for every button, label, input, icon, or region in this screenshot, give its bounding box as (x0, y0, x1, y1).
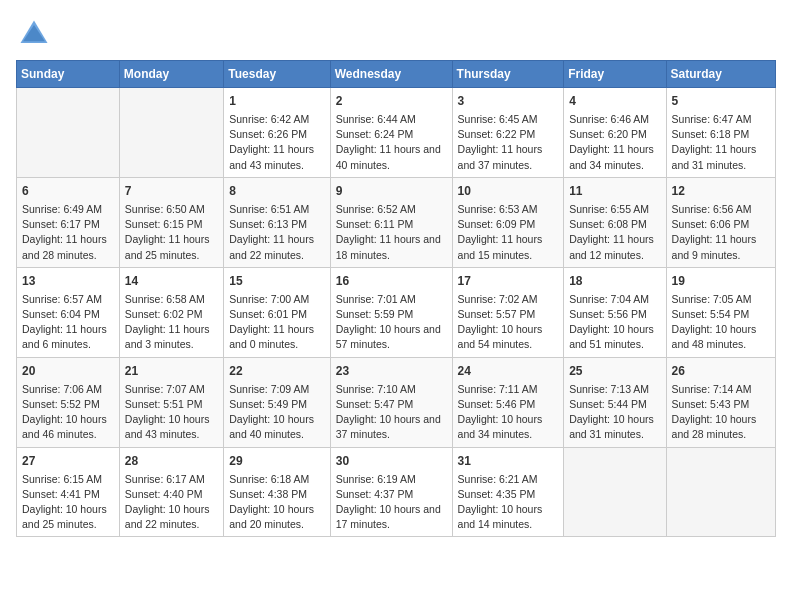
calendar-cell: 10Sunrise: 6:53 AM Sunset: 6:09 PM Dayli… (452, 177, 564, 267)
day-content: Sunrise: 7:13 AM Sunset: 5:44 PM Dayligh… (569, 382, 660, 443)
day-number: 7 (125, 182, 218, 200)
calendar-cell: 27Sunrise: 6:15 AM Sunset: 4:41 PM Dayli… (17, 447, 120, 537)
day-content: Sunrise: 6:18 AM Sunset: 4:38 PM Dayligh… (229, 472, 324, 533)
day-header-tuesday: Tuesday (224, 61, 330, 88)
day-number: 3 (458, 92, 559, 110)
day-content: Sunrise: 6:44 AM Sunset: 6:24 PM Dayligh… (336, 112, 447, 173)
calendar-cell (666, 447, 775, 537)
day-content: Sunrise: 6:15 AM Sunset: 4:41 PM Dayligh… (22, 472, 114, 533)
day-number: 26 (672, 362, 770, 380)
day-header-thursday: Thursday (452, 61, 564, 88)
day-number: 5 (672, 92, 770, 110)
day-header-sunday: Sunday (17, 61, 120, 88)
day-content: Sunrise: 6:19 AM Sunset: 4:37 PM Dayligh… (336, 472, 447, 533)
calendar-cell: 6Sunrise: 6:49 AM Sunset: 6:17 PM Daylig… (17, 177, 120, 267)
day-number: 31 (458, 452, 559, 470)
day-number: 13 (22, 272, 114, 290)
day-number: 24 (458, 362, 559, 380)
day-content: Sunrise: 6:21 AM Sunset: 4:35 PM Dayligh… (458, 472, 559, 533)
page-header (16, 16, 776, 52)
day-content: Sunrise: 6:47 AM Sunset: 6:18 PM Dayligh… (672, 112, 770, 173)
calendar-cell: 23Sunrise: 7:10 AM Sunset: 5:47 PM Dayli… (330, 357, 452, 447)
calendar-cell: 4Sunrise: 6:46 AM Sunset: 6:20 PM Daylig… (564, 88, 666, 178)
logo (16, 16, 56, 52)
day-number: 9 (336, 182, 447, 200)
calendar-body: 1Sunrise: 6:42 AM Sunset: 6:26 PM Daylig… (17, 88, 776, 537)
calendar-cell: 21Sunrise: 7:07 AM Sunset: 5:51 PM Dayli… (119, 357, 223, 447)
calendar-cell: 28Sunrise: 6:17 AM Sunset: 4:40 PM Dayli… (119, 447, 223, 537)
day-content: Sunrise: 6:50 AM Sunset: 6:15 PM Dayligh… (125, 202, 218, 263)
logo-icon (16, 16, 52, 52)
calendar-cell: 25Sunrise: 7:13 AM Sunset: 5:44 PM Dayli… (564, 357, 666, 447)
day-content: Sunrise: 6:45 AM Sunset: 6:22 PM Dayligh… (458, 112, 559, 173)
day-header-friday: Friday (564, 61, 666, 88)
calendar-cell (17, 88, 120, 178)
day-number: 17 (458, 272, 559, 290)
day-header-saturday: Saturday (666, 61, 775, 88)
day-content: Sunrise: 7:05 AM Sunset: 5:54 PM Dayligh… (672, 292, 770, 353)
day-content: Sunrise: 7:01 AM Sunset: 5:59 PM Dayligh… (336, 292, 447, 353)
day-number: 12 (672, 182, 770, 200)
calendar-cell: 17Sunrise: 7:02 AM Sunset: 5:57 PM Dayli… (452, 267, 564, 357)
day-content: Sunrise: 7:10 AM Sunset: 5:47 PM Dayligh… (336, 382, 447, 443)
day-number: 19 (672, 272, 770, 290)
day-number: 16 (336, 272, 447, 290)
calendar-cell: 19Sunrise: 7:05 AM Sunset: 5:54 PM Dayli… (666, 267, 775, 357)
day-number: 23 (336, 362, 447, 380)
calendar-week-2: 6Sunrise: 6:49 AM Sunset: 6:17 PM Daylig… (17, 177, 776, 267)
calendar-cell (564, 447, 666, 537)
calendar-week-3: 13Sunrise: 6:57 AM Sunset: 6:04 PM Dayli… (17, 267, 776, 357)
day-number: 27 (22, 452, 114, 470)
calendar-table: SundayMondayTuesdayWednesdayThursdayFrid… (16, 60, 776, 537)
calendar-cell: 1Sunrise: 6:42 AM Sunset: 6:26 PM Daylig… (224, 88, 330, 178)
day-content: Sunrise: 6:55 AM Sunset: 6:08 PM Dayligh… (569, 202, 660, 263)
day-content: Sunrise: 6:52 AM Sunset: 6:11 PM Dayligh… (336, 202, 447, 263)
calendar-cell: 14Sunrise: 6:58 AM Sunset: 6:02 PM Dayli… (119, 267, 223, 357)
calendar-cell: 29Sunrise: 6:18 AM Sunset: 4:38 PM Dayli… (224, 447, 330, 537)
day-number: 20 (22, 362, 114, 380)
day-number: 29 (229, 452, 324, 470)
day-number: 2 (336, 92, 447, 110)
day-content: Sunrise: 6:56 AM Sunset: 6:06 PM Dayligh… (672, 202, 770, 263)
day-number: 22 (229, 362, 324, 380)
calendar-cell: 20Sunrise: 7:06 AM Sunset: 5:52 PM Dayli… (17, 357, 120, 447)
day-number: 18 (569, 272, 660, 290)
calendar-cell: 22Sunrise: 7:09 AM Sunset: 5:49 PM Dayli… (224, 357, 330, 447)
day-number: 14 (125, 272, 218, 290)
calendar-cell: 18Sunrise: 7:04 AM Sunset: 5:56 PM Dayli… (564, 267, 666, 357)
day-number: 6 (22, 182, 114, 200)
day-number: 10 (458, 182, 559, 200)
day-content: Sunrise: 6:49 AM Sunset: 6:17 PM Dayligh… (22, 202, 114, 263)
day-content: Sunrise: 6:53 AM Sunset: 6:09 PM Dayligh… (458, 202, 559, 263)
day-number: 15 (229, 272, 324, 290)
day-content: Sunrise: 7:09 AM Sunset: 5:49 PM Dayligh… (229, 382, 324, 443)
day-content: Sunrise: 6:46 AM Sunset: 6:20 PM Dayligh… (569, 112, 660, 173)
calendar-cell: 30Sunrise: 6:19 AM Sunset: 4:37 PM Dayli… (330, 447, 452, 537)
day-number: 30 (336, 452, 447, 470)
calendar-cell: 3Sunrise: 6:45 AM Sunset: 6:22 PM Daylig… (452, 88, 564, 178)
calendar-cell: 7Sunrise: 6:50 AM Sunset: 6:15 PM Daylig… (119, 177, 223, 267)
day-number: 1 (229, 92, 324, 110)
calendar-cell: 15Sunrise: 7:00 AM Sunset: 6:01 PM Dayli… (224, 267, 330, 357)
day-content: Sunrise: 7:14 AM Sunset: 5:43 PM Dayligh… (672, 382, 770, 443)
day-content: Sunrise: 6:17 AM Sunset: 4:40 PM Dayligh… (125, 472, 218, 533)
day-content: Sunrise: 7:06 AM Sunset: 5:52 PM Dayligh… (22, 382, 114, 443)
calendar-cell: 5Sunrise: 6:47 AM Sunset: 6:18 PM Daylig… (666, 88, 775, 178)
day-content: Sunrise: 7:04 AM Sunset: 5:56 PM Dayligh… (569, 292, 660, 353)
calendar-week-4: 20Sunrise: 7:06 AM Sunset: 5:52 PM Dayli… (17, 357, 776, 447)
day-number: 25 (569, 362, 660, 380)
day-content: Sunrise: 6:51 AM Sunset: 6:13 PM Dayligh… (229, 202, 324, 263)
calendar-week-1: 1Sunrise: 6:42 AM Sunset: 6:26 PM Daylig… (17, 88, 776, 178)
day-header-wednesday: Wednesday (330, 61, 452, 88)
calendar-cell: 11Sunrise: 6:55 AM Sunset: 6:08 PM Dayli… (564, 177, 666, 267)
day-content: Sunrise: 7:02 AM Sunset: 5:57 PM Dayligh… (458, 292, 559, 353)
calendar-cell: 12Sunrise: 6:56 AM Sunset: 6:06 PM Dayli… (666, 177, 775, 267)
day-content: Sunrise: 7:00 AM Sunset: 6:01 PM Dayligh… (229, 292, 324, 353)
day-content: Sunrise: 6:42 AM Sunset: 6:26 PM Dayligh… (229, 112, 324, 173)
day-content: Sunrise: 7:11 AM Sunset: 5:46 PM Dayligh… (458, 382, 559, 443)
day-number: 8 (229, 182, 324, 200)
day-number: 11 (569, 182, 660, 200)
day-header-monday: Monday (119, 61, 223, 88)
calendar-cell: 26Sunrise: 7:14 AM Sunset: 5:43 PM Dayli… (666, 357, 775, 447)
calendar-cell: 31Sunrise: 6:21 AM Sunset: 4:35 PM Dayli… (452, 447, 564, 537)
